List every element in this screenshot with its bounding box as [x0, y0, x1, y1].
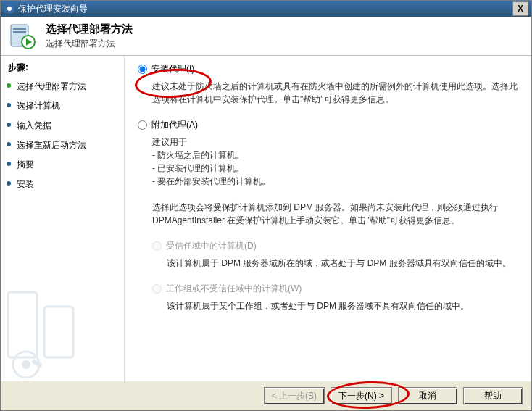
attach-desc-intro: 建议用于	[152, 136, 518, 149]
option-trusted-label: 受信任域中的计算机(D)	[166, 240, 257, 252]
step-install[interactable]: 安装	[1, 175, 124, 194]
step-summary[interactable]: 摘要	[1, 155, 124, 175]
help-button[interactable]: 帮助	[463, 387, 523, 404]
wizard-body: 步骤: 选择代理部署方法 选择计算机 输入凭据 选择重新启动方法 摘要 安装	[1, 56, 531, 381]
app-icon	[4, 3, 15, 14]
option-trusted-desc: 该计算机属于 DPM 服务器域所在的域，或者处于与 DPM 服务器域具有双向信任…	[167, 257, 518, 270]
svg-rect-4	[13, 31, 26, 33]
attach-desc-b1: - 防火墙之后的计算机。	[152, 149, 518, 162]
page-title: 选择代理部署方法	[46, 22, 133, 36]
titlebar: 保护代理安装向导 X	[1, 1, 531, 17]
svg-point-10	[22, 360, 30, 369]
option-install-agent: 安装代理(I) 建议未处于防火墙之后的计算机或具有在防火墙中创建的所需例外的计算…	[138, 63, 518, 106]
option-install-label: 安装代理(I)	[151, 63, 194, 75]
option-workgroup-row: 工作组或不受信任域中的计算机(W)	[152, 283, 518, 295]
window-title: 保护代理安装向导	[18, 3, 512, 15]
svg-point-1	[7, 7, 12, 11]
attach-desc-b3: - 要在外部安装代理的计算机。	[152, 175, 518, 188]
option-workgroup-label: 工作组或不受信任域中的计算机(W)	[166, 283, 302, 295]
steps-heading: 步骤:	[1, 56, 124, 77]
option-attach-label: 附加代理(A)	[151, 119, 198, 131]
next-button[interactable]: 下一步(N) >	[331, 387, 392, 404]
attach-desc-2: 选择此选项会将受保护计算机添加到 DPM 服务器。如果尚未安装此代理，则必须通过…	[152, 201, 518, 227]
page-subtitle: 选择代理部署方法	[46, 38, 133, 50]
option-trusted-domain: 受信任域中的计算机(D) 该计算机属于 DPM 服务器域所在的域，或者处于与 D…	[152, 240, 518, 270]
steps-list: 选择代理部署方法 选择计算机 输入凭据 选择重新启动方法 摘要 安装	[1, 77, 124, 194]
svg-rect-7	[8, 292, 37, 357]
step-deploy-method[interactable]: 选择代理部署方法	[1, 77, 124, 96]
option-attach-row[interactable]: 附加代理(A)	[138, 119, 518, 131]
cancel-button[interactable]: 取消	[398, 387, 457, 404]
back-button: < 上一步(B)	[264, 387, 325, 404]
svg-rect-11	[31, 359, 42, 368]
radio-trusted-domain	[152, 241, 162, 251]
step-select-computers[interactable]: 选择计算机	[1, 96, 124, 116]
radio-attach-agent[interactable]	[138, 120, 147, 130]
steps-sidebar: 步骤: 选择代理部署方法 选择计算机 输入凭据 选择重新启动方法 摘要 安装	[1, 56, 125, 381]
option-install-row[interactable]: 安装代理(I)	[138, 63, 518, 75]
step-credentials[interactable]: 输入凭据	[1, 116, 124, 136]
step-restart[interactable]: 选择重新启动方法	[1, 136, 124, 155]
option-workgroup: 工作组或不受信任域中的计算机(W) 该计算机属于某个工作组，或者处于与 DPM …	[152, 283, 518, 312]
option-attach-desc: 建议用于 - 防火墙之后的计算机。 - 已安装代理的计算机。 - 要在外部安装代…	[152, 136, 518, 227]
option-workgroup-desc: 该计算机属于某个工作组，或者处于与 DPM 服务器域不具有双向信任的域中。	[167, 299, 518, 312]
page-header: 选择代理部署方法 选择代理部署方法	[1, 17, 531, 56]
option-install-desc: 建议未处于防火墙之后的计算机或具有在防火墙中创建的所需例外的计算机使用此选项。选…	[152, 80, 518, 106]
wizard-icon	[8, 22, 37, 51]
sidebar-watermark-icon	[1, 270, 102, 381]
close-button[interactable]: X	[512, 1, 528, 16]
attach-desc-b2: - 已安装代理的计算机。	[152, 162, 518, 175]
option-trusted-row: 受信任域中的计算机(D)	[152, 240, 518, 252]
content-area: 安装代理(I) 建议未处于防火墙之后的计算机或具有在防火墙中创建的所需例外的计算…	[125, 56, 531, 381]
radio-install-agent[interactable]	[138, 65, 147, 74]
svg-rect-8	[44, 307, 73, 357]
button-row: < 上一步(B) 下一步(N) > 取消 帮助	[264, 387, 523, 404]
svg-rect-3	[13, 28, 26, 30]
wizard-window: 保护代理安装向导 X 选择代理部署方法 选择代理部署方法 步骤: 选择代理部署方…	[0, 0, 532, 411]
radio-workgroup	[152, 284, 162, 294]
option-attach-agent: 附加代理(A) 建议用于 - 防火墙之后的计算机。 - 已安装代理的计算机。 -…	[138, 119, 518, 227]
